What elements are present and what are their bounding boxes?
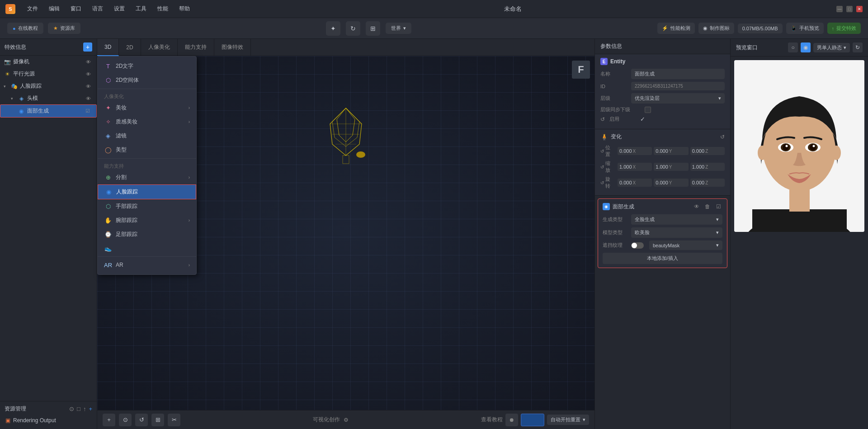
visibility-icon[interactable]: 👁	[86, 59, 93, 65]
menu-wrist-track[interactable]: ⌚ 足部跟踪	[98, 227, 196, 241]
scale-z-input[interactable]: 1.000 Z	[690, 163, 725, 171]
minimize-button[interactable]: —	[836, 6, 843, 12]
visibility-icon-facegen[interactable]: ☑	[85, 108, 93, 114]
menu-filter[interactable]: ◈ 滤镜	[98, 129, 196, 143]
toolbar-center: ✦ ↻ ⊞ 世界 ▾	[85, 21, 653, 36]
pos-x-input[interactable]: 0.000 X	[618, 147, 652, 155]
menu-quality-beauty[interactable]: ✧ 质感美妆 ›	[98, 115, 196, 129]
add-local-button[interactable]: 本地添加/插入	[603, 253, 722, 264]
transform-reset-icon[interactable]: ↺	[720, 134, 725, 140]
menu-window[interactable]: 窗口	[66, 3, 86, 14]
menu-help[interactable]: 帮助	[175, 3, 194, 14]
layout-button[interactable]: ⊞	[366, 21, 380, 36]
rot-x-input[interactable]: 0.000 X	[618, 179, 652, 187]
menu-foot-track[interactable]: 👟	[98, 241, 196, 255]
menu-face-track[interactable]: ⬡ 手部跟踪	[98, 199, 196, 213]
undo-button[interactable]: ↺	[135, 414, 148, 426]
menu-file[interactable]: 文件	[23, 3, 42, 14]
name-value[interactable]: 面部生成	[631, 69, 725, 79]
layer-select[interactable]: 优先渲染层 ▾	[631, 93, 725, 104]
blue-preview-rect[interactable]	[521, 414, 544, 426]
layer-button[interactable]: ⊞	[151, 414, 164, 426]
gen-type-select[interactable]: 全脸生成 ▾	[631, 214, 722, 225]
tab-ability[interactable]: 能力支持	[178, 39, 214, 56]
component-eye-button[interactable]: 👁	[693, 203, 701, 211]
menu-tools[interactable]: 工具	[131, 3, 151, 14]
tree-item-facetrack[interactable]: ▾ 🎭 人脸跟踪 👁	[0, 80, 97, 92]
perf-detect-button[interactable]: ⚡ 性能检测	[657, 23, 695, 34]
perf-icon: ⚡	[662, 25, 668, 31]
expand-icon[interactable]: ▾	[4, 84, 8, 89]
face-shape-icon: ◯	[104, 146, 112, 154]
pos-z-input[interactable]: 0.000 Z	[690, 147, 725, 155]
scale-y-input[interactable]: 1.000 Y	[654, 163, 688, 171]
add-button[interactable]: ✦	[326, 21, 340, 36]
icon-icon: ◉	[703, 25, 708, 31]
record-button[interactable]: ⏺	[505, 414, 518, 426]
auto-reset-dropdown[interactable]: 自动开拍重置 ▾	[547, 415, 589, 425]
view-tutorial-link[interactable]: 查看教程	[481, 416, 503, 424]
tab-3d[interactable]: 3D	[97, 39, 119, 56]
world-dropdown[interactable]: 世界 ▾	[386, 23, 411, 34]
close-button[interactable]: ✕	[856, 6, 863, 12]
menu-beauty[interactable]: ✦ 美妆 ›	[98, 101, 196, 115]
file-size-button[interactable]: 0.07MB/5.00MB	[738, 24, 783, 33]
add-scene-button[interactable]: +	[103, 414, 115, 426]
add-item-button[interactable]: +	[83, 42, 92, 52]
visu-settings-icon[interactable]: ⚙	[344, 417, 349, 423]
menu-2d-space[interactable]: ⬡ 2D空间体	[98, 73, 196, 87]
visibility-icon-head[interactable]: 👁	[86, 96, 93, 101]
tab-beauty[interactable]: 人像美化	[141, 39, 178, 56]
menu-hand-track[interactable]: ✋ 腕部跟踪 ›	[98, 213, 196, 227]
cut-button[interactable]: ✂	[168, 414, 180, 426]
circle-button[interactable]: ⊙	[119, 414, 132, 426]
pos-y-input[interactable]: 0.000 Y	[654, 147, 688, 155]
menu-ar[interactable]: AR AR ›	[98, 258, 196, 272]
menu-perf[interactable]: 性能	[153, 3, 173, 14]
tab-image[interactable]: 图像特效	[214, 39, 251, 56]
rendering-output-item[interactable]: ▣ Rendering Output	[5, 415, 92, 425]
resource-library-button[interactable]: ★ 资源库	[48, 23, 80, 34]
menu-language[interactable]: 语言	[88, 3, 108, 14]
tree-item-facegen[interactable]: ◉ 面部生成 ☑	[0, 104, 97, 118]
preview-mode-select[interactable]: 男单人静态 ▾	[813, 43, 850, 52]
menu-edit[interactable]: 编辑	[44, 3, 64, 14]
tree-item-camera[interactable]: 📷 摄像机 👁	[0, 56, 97, 68]
toggle-knob	[632, 243, 637, 248]
resource-action-1[interactable]: ⊙	[69, 405, 74, 412]
resource-add[interactable]: +	[89, 405, 92, 412]
tree-item-light[interactable]: ☀ 平行光源 👁	[0, 68, 97, 80]
enable-check[interactable]: ✓	[640, 116, 645, 123]
rot-z-input[interactable]: 0.000 Z	[690, 179, 725, 187]
scale-x-input[interactable]: 1.000 X	[618, 163, 652, 171]
mobile-preview-button[interactable]: 📱 手机预览	[786, 23, 824, 34]
expand-icon-head[interactable]: ▾	[11, 96, 15, 101]
model-type-select[interactable]: 欧美脸 ▾	[631, 227, 722, 238]
menu-face-shape[interactable]: ◯ 美型	[98, 143, 196, 157]
preview-refresh-button[interactable]: ↻	[853, 42, 863, 52]
make-icon-button[interactable]: ◉ 制作图标	[698, 23, 734, 34]
mask-toggle[interactable]	[631, 242, 644, 249]
refresh-button[interactable]: ↻	[346, 21, 360, 36]
menu-2d-text[interactable]: T 2D文字	[98, 59, 196, 73]
submit-effect-button[interactable]: ↑ 提交特效	[827, 23, 861, 34]
online-tutorial-button[interactable]: ● 在线教程	[7, 23, 43, 34]
menu-settings[interactable]: 设置	[109, 3, 129, 14]
visibility-icon-light[interactable]: 👁	[86, 71, 93, 77]
tree-item-head[interactable]: ▾ ◈ 头模 👁	[0, 92, 97, 104]
component-delete-button[interactable]: 🗑	[703, 203, 712, 211]
tab-2d[interactable]: 2D	[119, 39, 141, 56]
visibility-icon-face[interactable]: 👁	[86, 84, 93, 89]
menu-face-gen[interactable]: ◉ 人脸跟踪	[98, 184, 196, 199]
layer-sync-checkbox[interactable]	[645, 107, 651, 113]
preview-ctrl-2[interactable]: ◉	[801, 42, 811, 52]
component-icon: ◉	[603, 203, 610, 210]
menu-split[interactable]: ⊕ 分割 ›	[98, 170, 196, 184]
resource-action-3[interactable]: ↑	[83, 405, 86, 412]
preview-ctrl-1[interactable]: ○	[788, 42, 798, 52]
component-toggle-button[interactable]: ☑	[714, 203, 722, 211]
maximize-button[interactable]: □	[846, 6, 853, 12]
rot-y-input[interactable]: 0.000 Y	[654, 179, 688, 187]
resource-action-2[interactable]: □	[77, 405, 80, 412]
mask-select[interactable]: beautyMask ▾	[649, 240, 722, 250]
